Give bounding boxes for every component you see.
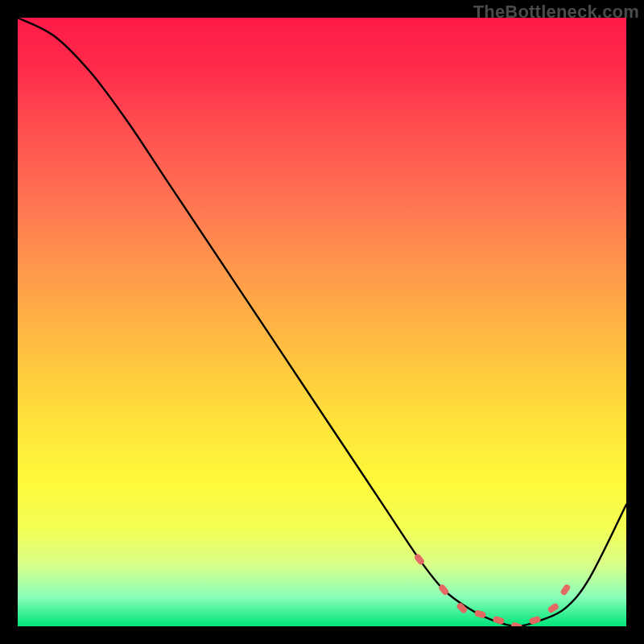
chart-svg bbox=[18, 18, 626, 626]
bottleneck-curve bbox=[18, 18, 626, 626]
marker-dot bbox=[510, 621, 523, 626]
plot-area bbox=[18, 18, 626, 626]
optimal-zone-markers bbox=[413, 553, 571, 626]
watermark-text: TheBottleneck.com bbox=[473, 2, 639, 23]
marker-dot bbox=[456, 602, 469, 615]
marker-dot bbox=[547, 602, 559, 613]
chart-frame: TheBottleneck.com bbox=[0, 0, 644, 644]
marker-dot bbox=[559, 584, 571, 597]
